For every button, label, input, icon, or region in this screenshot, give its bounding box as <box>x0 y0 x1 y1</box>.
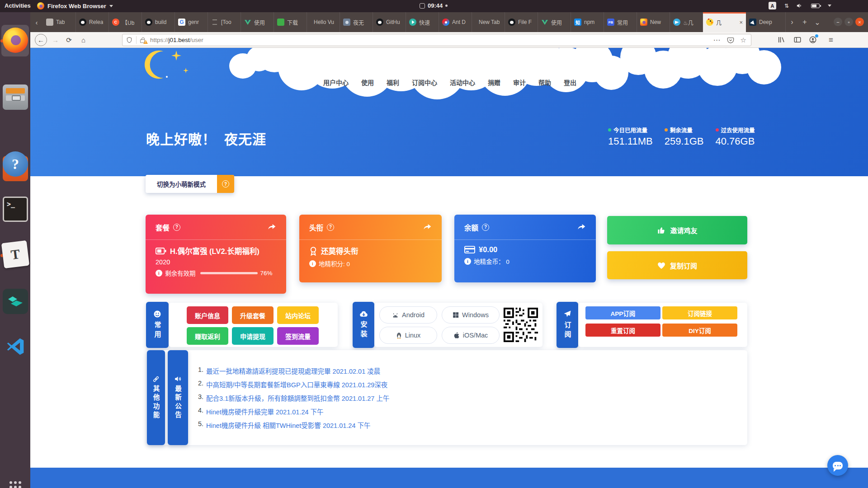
account-info-button[interactable]: 账户信息 <box>187 306 228 324</box>
diy-subscription-button[interactable]: DIY订阅 <box>662 324 737 337</box>
clock[interactable]: 09:44 <box>420 2 448 9</box>
nav-help[interactable]: 帮助 <box>538 78 551 87</box>
browser-tab[interactable]: 【Ub <box>109 12 142 32</box>
dock-terminal-icon[interactable]: >_ <box>3 197 28 222</box>
activities-button[interactable]: Activities <box>5 2 31 9</box>
url-text[interactable]: https://j01.best/user <box>150 37 203 43</box>
question-circle-icon[interactable]: ? <box>173 224 180 231</box>
tab-scroll-right-button[interactable]: › <box>786 12 798 32</box>
mode-switch-button[interactable]: 切换为小萌新模式 ? <box>146 175 234 193</box>
reset-subscription-button[interactable]: 重置订阅 <box>585 324 660 337</box>
share-icon[interactable] <box>423 223 432 231</box>
close-tab-icon[interactable]: × <box>739 19 743 26</box>
back-button[interactable]: ← <box>35 34 47 46</box>
account-icon[interactable] <box>809 36 817 44</box>
withdraw-button[interactable]: 申请提现 <box>232 327 274 345</box>
linux-button[interactable]: Linux <box>379 327 437 344</box>
browser-tab[interactable]: ♨几 <box>670 12 703 32</box>
app-menu[interactable]: Firefox Web Browser <box>37 2 113 9</box>
nav-logout[interactable]: 登出 <box>564 78 576 87</box>
browser-tab[interactable]: 使用 <box>241 12 274 32</box>
nav-subscribe-center[interactable]: 订阅中心 <box>412 78 437 87</box>
browser-tab[interactable]: Deep <box>746 12 786 32</box>
browser-tab[interactable]: npm <box>571 12 604 32</box>
tab-scroll-left-button[interactable]: ‹ <box>30 12 43 32</box>
shield-icon[interactable] <box>126 37 132 43</box>
nav-welfare[interactable]: 福利 <box>387 78 399 87</box>
tab-list-button[interactable]: ⌄ <box>811 12 824 32</box>
earn-rebate-button[interactable]: 赚取返利 <box>187 327 228 345</box>
home-button[interactable]: ⌂ <box>77 34 90 46</box>
latest-news-tab[interactable]: 最新公告 <box>168 350 188 445</box>
browser-tab[interactable]: Hello Vu <box>307 12 340 32</box>
dock-text-editor-icon[interactable]: T <box>1 240 29 268</box>
nav-user-center[interactable]: 用户中心 <box>323 78 349 87</box>
question-circle-icon[interactable]: ? <box>482 224 489 231</box>
browser-tab[interactable]: genr <box>175 12 208 32</box>
system-tray[interactable]: A ⇅ <box>769 2 831 9</box>
browser-tab[interactable]: [Too <box>208 12 241 32</box>
announcement-link[interactable]: 最近一批地精邀請返利提現已提現處理完畢 2021.02.01 凌晨 <box>206 366 380 375</box>
browser-tab[interactable]: New Tab <box>472 12 505 32</box>
invite-button[interactable]: 邀请鸡友 <box>607 216 747 244</box>
hamburger-menu-icon[interactable]: ≡ <box>829 36 833 45</box>
pocket-icon[interactable] <box>727 37 734 44</box>
reload-button[interactable]: ⟳ <box>63 34 75 46</box>
url-bar[interactable]: https://j01.best/user ⋯ ☆ <box>122 34 751 46</box>
page-actions-icon[interactable]: ⋯ <box>713 36 721 44</box>
quick-section-tab[interactable]: 常用 <box>146 302 169 348</box>
share-icon[interactable] <box>267 223 276 231</box>
close-button[interactable]: × <box>855 18 864 26</box>
announcement-link[interactable]: 中高短期/中等長期套餐新增BGP入口華東專線 2021.01.29深夜 <box>206 380 387 389</box>
browser-tab[interactable]: Tab <box>43 12 76 32</box>
library-icon[interactable] <box>777 36 785 44</box>
ios-mac-button[interactable]: iOS/Mac <box>442 327 500 344</box>
chat-widget-button[interactable] <box>827 455 848 476</box>
dock-app-icon[interactable] <box>3 289 28 314</box>
copy-subscription-button[interactable]: 复制订阅 <box>607 251 747 279</box>
install-section-tab[interactable]: 安装 <box>353 302 374 348</box>
subscribe-section-tab[interactable]: 订阅 <box>557 302 578 348</box>
bookmark-star-icon[interactable]: ☆ <box>741 36 746 44</box>
dock-firefox-icon[interactable] <box>3 28 28 53</box>
nav-activity-center[interactable]: 活动中心 <box>450 78 475 87</box>
dock-help-icon[interactable]: ? <box>3 151 28 177</box>
browser-tab[interactable]: New <box>637 12 670 32</box>
announcement-link[interactable]: Hinet機房硬件升級 相關TWHinet受影響 2021.01.24 下午 <box>206 420 370 430</box>
forward-button[interactable]: → <box>49 34 61 46</box>
new-tab-button[interactable]: + <box>798 12 811 32</box>
mode-help-button[interactable]: ? <box>217 175 234 193</box>
nav-audit[interactable]: 审计 <box>513 78 526 87</box>
subscribe-link-button[interactable]: 订阅链接 <box>662 306 737 319</box>
windows-button[interactable]: Windows <box>442 306 500 324</box>
browser-tab[interactable]: File F <box>505 12 538 32</box>
nav-donate[interactable]: 捐赠 <box>488 78 500 87</box>
question-circle-icon[interactable]: ? <box>327 224 334 231</box>
browser-tab[interactable]: Ant D <box>439 12 472 32</box>
android-button[interactable]: Android <box>379 306 437 324</box>
show-applications-button[interactable] <box>9 481 21 488</box>
minimize-button[interactable]: − <box>834 18 842 26</box>
dock-files-icon[interactable] <box>3 84 28 110</box>
browser-tab[interactable]: build <box>142 12 175 32</box>
browser-tab[interactable]: 夜无 <box>340 12 373 32</box>
other-functions-tab[interactable]: 其他功能 <box>147 350 165 445</box>
browser-tab[interactable]: GitHu <box>373 12 406 32</box>
share-icon[interactable] <box>577 223 586 231</box>
browser-tab[interactable]: 快速 <box>406 12 439 32</box>
checkin-traffic-button[interactable]: 签到流量 <box>277 327 319 345</box>
upgrade-plan-button[interactable]: 升级套餐 <box>232 306 274 324</box>
announcement-link[interactable]: Hinet機房硬件升級完畢 2021.01.24 下午 <box>206 407 323 416</box>
active-tab[interactable]: 几× <box>703 12 746 32</box>
app-subscribe-button[interactable]: APP订阅 <box>585 306 660 319</box>
dock-vscode-icon[interactable] <box>3 334 28 359</box>
forum-button[interactable]: 站内论坛 <box>277 306 319 324</box>
browser-tab[interactable]: 使用 <box>538 12 571 32</box>
browser-tab[interactable]: Relea <box>76 12 109 32</box>
announcement-link[interactable]: 配合3.1新版本升級，所有餘額調整到抵扣金幣 2021.01.27 上午 <box>206 393 389 403</box>
browser-tab[interactable]: 下载 <box>274 12 307 32</box>
maximize-button[interactable]: ▫ <box>844 18 853 26</box>
lock-warning-icon[interactable] <box>140 37 146 43</box>
nav-usage[interactable]: 使用 <box>361 78 374 87</box>
browser-tab[interactable]: 常用 <box>604 12 637 32</box>
